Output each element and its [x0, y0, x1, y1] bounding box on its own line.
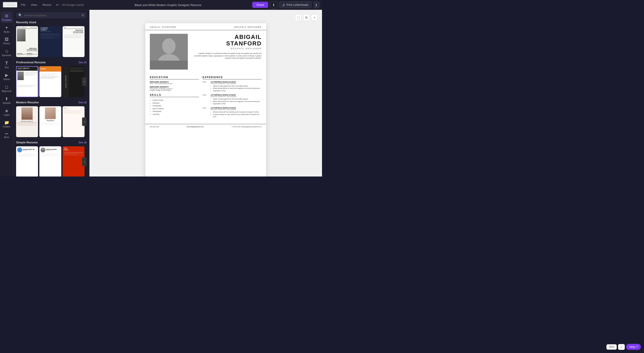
simple-resume-grid: HELENE PAQUET, MD Medical Doctor: [16, 146, 86, 177]
template-card-professional-2[interactable]: RESUME: [39, 66, 61, 97]
exp-year-3: 2028: [202, 107, 209, 118]
recently-used-header: Recently Used: [16, 21, 86, 24]
modern-resume-see-all[interactable]: See all: [78, 101, 86, 104]
topbar-center: Black and White Modern Graphic Designer …: [86, 3, 250, 7]
canvas-toolbar: ⬚ ⧉ +: [295, 14, 318, 21]
edu-degree-2: Graphic Design and Illustration: [150, 89, 199, 91]
template-card-chad-gibbons[interactable]: CHAD GIBBONS GRAPHIC DESIGNER: [16, 66, 38, 97]
simple-scroll-right[interactable]: ›: [82, 157, 86, 166]
sidebar-item-more[interactable]: ••• More: [1, 130, 12, 140]
copy-tool-button[interactable]: ⧉: [303, 14, 310, 21]
resume-title-header: GRAPHIC DESIGNER: [234, 26, 262, 28]
videos-icon: ▶: [5, 73, 8, 78]
sidebar-item-styles[interactable]: ✦ Styles: [1, 24, 12, 35]
exp-content-1: LETTERPRESS DESIGN STUDIOS JUNIOR GRAPHI…: [211, 81, 262, 92]
template-card-professional-3[interactable]: ABIGAIL STANFORD: [62, 66, 84, 97]
search-bar: 🔍 ⚙: [14, 10, 89, 21]
modern-scroll-right[interactable]: ›: [82, 117, 86, 126]
filter-button[interactable]: ⚙: [82, 14, 84, 17]
resume-left-column: EDUCATION BERKSHIRE UNIVERSITY 2019 - 20…: [150, 73, 199, 120]
text-label: Text: [4, 66, 8, 69]
sidebar-item-text[interactable]: T Text: [1, 59, 12, 71]
professional-resume-title: Professional Resume: [16, 61, 46, 64]
resize-menu[interactable]: Resize: [40, 2, 54, 8]
resume-body: EDUCATION BERKSHIRE UNIVERSITY 2019 - 20…: [145, 73, 266, 124]
print-button[interactable]: 🖨 Print Letterheads: [279, 2, 312, 8]
experience-section-title: EXPERIENCE: [202, 76, 262, 79]
resume-right-column: EXPERIENCE 2023 LETTERPRESS DESIGN STUDI…: [202, 73, 262, 120]
edu-item-1: BERKSHIRE UNIVERSITY 2019 - 2023 | AB Mu…: [150, 81, 199, 84]
exp-company-3: LETTERPRESS DESIGN STUDIOS: [211, 107, 262, 109]
simple-resume-section: Simple Resume See all HELENE PAQUET, MD …: [14, 141, 89, 177]
professional-resume-section: Professional Resume See all CHAD GIBBONS…: [14, 61, 89, 101]
exp-role-3: SENIOR GRAPHIC DESIGNER: [211, 109, 262, 110]
exp-bullets-1: Tasked to make graphics for off line and…: [211, 85, 262, 92]
professional-resume-grid: CHAD GIBBONS GRAPHIC DESIGNER: [16, 66, 86, 97]
elements-label: Elements: [2, 54, 12, 57]
photo-placeholder: [150, 34, 188, 70]
template-card-abigail[interactable]: ABIGAIL STANFORD GRAPHIC DESIGNER ABIGAI…: [16, 26, 38, 57]
frame-tool-button[interactable]: ⬚: [295, 14, 302, 21]
sidebar-item-uploads[interactable]: ⬆ Uploads: [1, 95, 12, 106]
edu-year-1: 2019 - 2023 | AB Multimedia Arts: [150, 83, 199, 84]
document-title: Black and White Modern Graphic Designer …: [134, 3, 201, 7]
print-dropdown-button[interactable]: ❯: [313, 2, 319, 8]
sidebar-item-photos[interactable]: 🖼 Photos: [1, 35, 12, 47]
professional-resume-see-all[interactable]: See all: [78, 61, 86, 64]
template-card-olivia-wilson[interactable]: Olivia Wilson Graphic Designer: [39, 106, 61, 137]
search-input-wrap: 🔍 ⚙: [16, 12, 86, 18]
exp-item-1: 2023 LETTERPRESS DESIGN STUDIOS JUNIOR G…: [202, 81, 262, 92]
search-input[interactable]: [24, 14, 80, 17]
background-icon: ◻: [5, 85, 8, 90]
sidebar-item-folders[interactable]: 📁 Folders: [1, 118, 12, 130]
simple-resume-header: Simple Resume See all: [16, 141, 86, 144]
template-card-recent3[interactable]: NAMETITLE ABIGAILSTANFORD GRAPHIC DESIGN…: [62, 26, 84, 57]
sidebar-item-background[interactable]: ◻ Bkground: [1, 83, 12, 94]
download-button[interactable]: ⬇: [270, 2, 278, 8]
resume-footer-phone: (04) 290 2093: [150, 126, 159, 128]
template-card-helene-paquet[interactable]: HELENE PAQUET, MD Medical Doctor: [16, 146, 38, 177]
simple-resume-title: Simple Resume: [16, 141, 38, 144]
share-button[interactable]: Share: [252, 2, 268, 8]
sidebar-item-templates[interactable]: ⊞ Templates: [1, 12, 12, 23]
template-card-morgan-maxwell[interactable]: MORGAN MAXWELL Software Engineer: [39, 146, 61, 177]
file-menu[interactable]: File: [18, 2, 28, 8]
view-menu[interactable]: View: [28, 2, 39, 8]
resume-doc-header: ABIGAIL STANFORD GRAPHIC DESIGNER: [145, 23, 266, 30]
elements-icon: ◇: [5, 49, 8, 54]
photos-icon: 🖼: [5, 37, 9, 42]
sidebar-item-elements[interactable]: ◇ Elements: [1, 47, 12, 58]
svg-point-1: [162, 38, 176, 54]
undo-button[interactable]: ↩: [54, 2, 60, 8]
edu-school-2: BERKSHIRE UNIVERSITY: [150, 86, 199, 88]
modern-resume-header: Modern Resume See all: [16, 101, 86, 104]
professional-scroll-right[interactable]: ›: [82, 77, 86, 86]
templates-icon: ⊞: [5, 14, 8, 18]
home-button[interactable]: ‹ Home: [3, 2, 18, 8]
print-label: Print Letterheads: [286, 3, 308, 7]
resume-footer: (04) 290 2093 www.abigailstanford.com +7…: [145, 124, 266, 129]
exp-year-2: 2025: [202, 94, 209, 105]
resume-footer-email: abigailstanford@email.com: [244, 126, 262, 128]
recently-used-grid: ABIGAIL STANFORD GRAPHIC DESIGNER ABIGAI…: [16, 26, 86, 57]
templates-panel: 🔍 ⚙ Recently Used ABIGAIL STANFORD GRAPH…: [14, 10, 90, 177]
exp-bullet-2-2: Edited editorial photos for clients and …: [213, 100, 262, 103]
exp-year-1: 2023: [202, 81, 209, 92]
sidebar-item-logos[interactable]: ◈ Logos: [1, 107, 12, 118]
template-card-modern-1[interactable]: Marlena Stanford: [16, 106, 38, 137]
exp-company-1: LETTERPRESS DESIGN STUDIOS: [211, 81, 262, 83]
styles-label: Styles: [4, 31, 10, 33]
resume-intro: ABIGAIL STANFORD GRAPHIC DESIGNER A grap…: [192, 34, 262, 70]
modern-resume-section: Modern Resume See all Marlena Stanford: [14, 101, 89, 141]
exp-bullet-2-1: Tasked to make graphics for off line and…: [213, 98, 262, 100]
simple-resume-see-all[interactable]: See all: [78, 141, 86, 144]
home-label: Home: [7, 3, 15, 7]
folders-icon: 📁: [4, 120, 9, 125]
skill-6: Layouting: [152, 113, 199, 116]
sidebar-item-videos[interactable]: ▶ Videos: [1, 71, 12, 82]
template-card-modern-3[interactable]: AME Graphic Designer: [62, 106, 84, 137]
template-card-corrin[interactable]: CORRINJAMES GRAPHIC DESIGNER: [39, 26, 61, 57]
skill-3: Photography: [152, 105, 199, 107]
add-tool-button[interactable]: +: [311, 14, 318, 21]
template-card-tael-amar[interactable]: TAELAMAR Graphic Designer: [62, 146, 84, 177]
